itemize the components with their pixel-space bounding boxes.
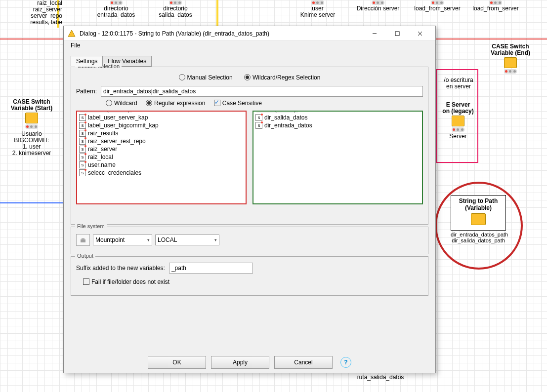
list-item[interactable]: sselecc_credenciales [79,169,244,177]
radio-wildcard[interactable]: Wildcard [106,100,137,107]
list-item[interactable]: sraiz_local [79,153,244,161]
string-var-icon: s [255,122,262,129]
radio-wildcard-regex-selection[interactable]: Wildcard/Regex Selection [244,74,320,81]
list-item[interactable]: slabel_user_bigcommit_kap [79,121,244,129]
fs-type-select[interactable]: Mountpoint▾ [93,235,152,245]
node-string-to-path[interactable]: String to Path (Variable) dir_entrada_da… [451,195,506,243]
pattern-input[interactable] [101,86,423,97]
string-var-icon: s [79,138,86,145]
selection-mode-row: Manual Selection Wildcard/Regex Selectio… [76,74,423,81]
svg-rect-5 [81,239,85,242]
checkbox-fail-if-missing[interactable]: Fail if file/folder does not exist [83,278,169,285]
bg-line [0,202,63,203]
bg-case-end: CASE Switch Variable (End) [483,43,538,74]
help-button[interactable]: ? [340,357,351,368]
bg-node-load2: load_from_server [468,0,523,12]
suffix-label: Suffix added to the new variables: [76,265,165,272]
suffix-input[interactable] [169,263,253,274]
list-item[interactable]: slabel_user_server_kap [79,114,244,121]
menu-file[interactable]: File [68,41,83,50]
minimize-button[interactable] [363,26,386,41]
svg-rect-2 [395,32,399,36]
bg-eserver: E Server on (legacy) Server [438,102,478,140]
tab-bar: Settings Flow Variables [71,56,428,67]
exclude-list[interactable]: Mismatch (Exclude) slabel_user_server_ka… [76,111,247,204]
button-bar: OK Apply Cancel ? [64,356,435,369]
bg-node-user-knime: user Knime server [295,0,340,18]
apply-button[interactable]: Apply [211,356,269,369]
dialog-string-to-path: Dialog - 12:0:0:1175 - String to Path (V… [63,26,436,373]
string-var-icon: s [79,122,86,129]
dialog-title: Dialog - 12:0:0:1175 - String to Path (V… [80,30,363,37]
app-icon [68,30,76,38]
pattern-label: Pattern: [76,88,101,95]
string-var-icon: s [255,114,262,121]
fs-connect-button[interactable] [76,234,90,246]
list-item[interactable]: sraiz_server_rest_repo [79,137,244,145]
string-var-icon: s [79,130,86,137]
bg-node-dir-salida: directorio salida_datos [153,0,198,18]
bg-escritura: /o escritura en server [439,77,478,90]
string-var-icon: s [79,146,86,153]
bg-ruta-salida: ruta_salida_datos [346,374,415,381]
list-item[interactable]: suser.name [79,161,244,169]
list-item[interactable]: sdir_entrada_datos [255,121,420,129]
svg-rect-6 [82,238,84,239]
include-list[interactable]: Match (Include) sdir_salida_datossdir_en… [252,111,423,204]
string-var-icon: s [79,154,86,160]
list-item[interactable]: sdir_salida_datos [255,114,420,121]
close-button[interactable] [409,26,431,41]
menubar: File [64,41,435,52]
svg-marker-0 [68,30,75,37]
radio-manual-selection[interactable]: Manual Selection [179,74,233,81]
titlebar[interactable]: Dialog - 12:0:0:1175 - String to Path (V… [64,26,435,41]
fieldset-output: Output Suffix added to the new variables… [71,256,428,296]
bg-node-load1: load_from_server [410,0,464,12]
fieldset-file-system: File system Mountpoint▾ LOCAL▾ [71,227,428,254]
legend-fs: File system [75,223,107,229]
list-item[interactable]: sraiz_server [79,145,244,153]
maximize-button[interactable] [386,26,409,41]
bg-node-raiz: raiz_local raiz_server server_repo resul… [21,0,62,26]
string-var-icon: s [79,161,86,168]
bg-node-dir-entrada: directorio entrada_datos [94,0,138,18]
fs-mount-select[interactable]: LOCAL▾ [155,235,219,245]
fieldset-variable-selection: Variable selection Manual Selection Wild… [71,67,428,225]
legend-output: Output [75,253,95,259]
bg-line [216,0,218,28]
cancel-button[interactable]: Cancel [274,356,333,369]
string-var-icon: s [79,114,86,121]
bg-node-dir-server: Dirección server [351,0,405,12]
checkbox-case-sensitive[interactable]: Case Sensitive [214,100,262,107]
radio-regular-expression[interactable]: Regular expression [146,100,205,107]
bg-case-start: CASE Switch Variable (Start) Usuario BIG… [0,99,63,157]
ok-button[interactable]: OK [148,356,206,369]
tab-settings[interactable]: Settings [71,56,103,67]
string-var-icon: s [79,169,86,176]
list-item[interactable]: sraiz_results [79,129,244,137]
